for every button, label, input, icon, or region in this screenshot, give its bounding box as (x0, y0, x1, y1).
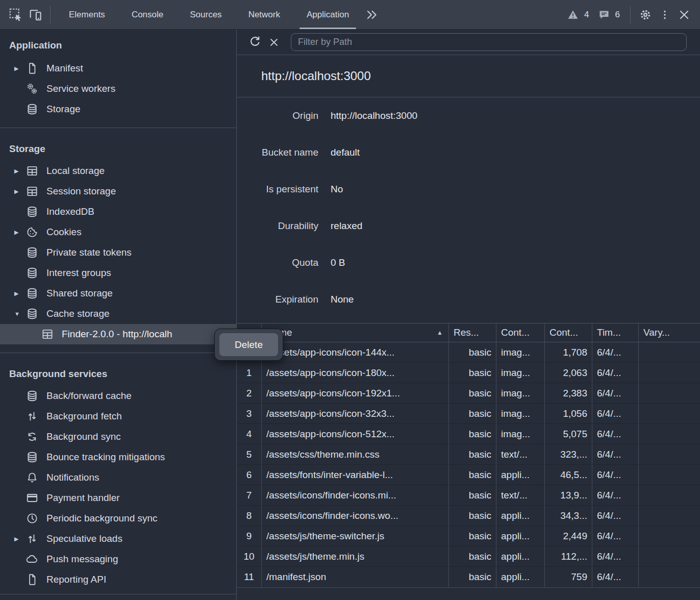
cell-content-type: imag... (496, 342, 545, 363)
table-row[interactable]: 6 /assets/fonts/inter-variable-l... basi… (237, 465, 700, 485)
inspect-element-button[interactable] (6, 5, 26, 24)
detail-value: None (331, 294, 354, 305)
table-row[interactable]: 4 /assets/app-icons/icon-512x... basic i… (237, 424, 700, 444)
more-tabs-button[interactable] (362, 5, 382, 24)
column-header-content-type[interactable]: Cont... (496, 323, 545, 342)
table-row[interactable]: 10 /assets/js/theme.min.js basic appli..… (237, 546, 700, 567)
panel-tab[interactable]: Network (240, 0, 288, 29)
db-icon (26, 307, 39, 320)
more-options-button[interactable] (655, 5, 674, 24)
close-devtools-button[interactable] (674, 5, 694, 24)
table-row[interactable]: 11 /manifest.json basic appli... 759 6/4… (237, 567, 700, 587)
expand-arrow[interactable]: ▼ (14, 311, 26, 317)
sidebar-item[interactable]: Bounce tracking mitigations (0, 447, 236, 467)
cloud-icon (26, 553, 39, 566)
panel-tab[interactable]: Sources (182, 0, 230, 29)
table-rows: 0 /assets/app-icons/icon-144x... basic i… (237, 342, 700, 588)
panel-tab[interactable]: Console (123, 0, 171, 29)
cell-index: 9 (237, 526, 262, 546)
gears-icon (26, 82, 39, 95)
cell-content-length: 759 (545, 567, 592, 587)
panel-tab[interactable]: Elements (61, 0, 113, 29)
column-header-time-cached[interactable]: Tim... (592, 323, 639, 342)
table-row[interactable]: 3 /assets/app-icons/icon-32x3... basic i… (237, 404, 700, 424)
section-title-storage: Storage (0, 128, 236, 161)
sidebar-item[interactable]: ▶ Manifest (0, 58, 236, 79)
sidebar-item[interactable]: Service workers (0, 79, 236, 99)
sidebar-item[interactable]: Reporting API (0, 569, 236, 590)
inspect-cursor-icon (8, 7, 23, 22)
bucket-details: Origin http://localhost:3000 Bucket name… (237, 97, 700, 318)
kebab-menu-icon (659, 9, 671, 21)
cell-time-cached: 6/4/... (592, 404, 639, 424)
sidebar-item[interactable]: Push messaging (0, 549, 236, 569)
sidebar-item-label: Bounce tracking mitigations (46, 452, 165, 463)
warnings-button[interactable] (563, 5, 583, 24)
sidebar-item[interactable]: ▶ Shared storage (0, 283, 236, 304)
sidebar-item[interactable]: Back/forward cache (0, 386, 236, 406)
clear-button[interactable] (264, 33, 284, 52)
column-header-content-length[interactable]: Cont... (545, 323, 592, 342)
sidebar-item[interactable]: Private state tokens (0, 242, 236, 263)
detail-label: Durability (237, 220, 318, 232)
sidebar-item[interactable]: ▼ Cache storage (0, 304, 236, 324)
cell-time-cached: 6/4/... (592, 526, 639, 546)
panel-tab[interactable]: Application (298, 0, 357, 29)
device-toolbar-button[interactable] (26, 5, 45, 24)
column-header-response-type[interactable]: Res... (449, 323, 496, 342)
sidebar-item[interactable]: Interest groups (0, 263, 236, 283)
sidebar-item[interactable]: ▶ Session storage (0, 181, 236, 202)
column-header-vary[interactable]: Vary... (639, 323, 700, 342)
expand-arrow[interactable]: ▶ (14, 290, 26, 297)
sidebar-item[interactable]: Background sync (0, 427, 236, 447)
updown-icon (26, 532, 39, 545)
cell-content-length: 2,449 (545, 526, 592, 546)
sidebar-item[interactable]: ▶ Speculative loads (0, 529, 236, 549)
sidebar-item[interactable]: ▶ Local storage (0, 161, 236, 181)
cell-response-type: basic (449, 485, 496, 506)
settings-button[interactable] (636, 5, 655, 24)
cell-vary (639, 404, 700, 424)
expand-arrow[interactable]: ▶ (14, 168, 26, 174)
expand-arrow[interactable]: ▶ (14, 188, 26, 195)
sidebar-item[interactable]: Finder-2.0.0 - http://localh (0, 324, 236, 344)
refresh-icon (248, 35, 262, 49)
sidebar-item-label: Reporting API (46, 574, 106, 585)
warning-icon (567, 9, 579, 21)
section-application-items: ▶ Manifest Service workers Storage (0, 58, 236, 119)
cell-content-length: 112,... (545, 546, 592, 567)
sidebar-item-label: Local storage (46, 165, 105, 177)
expand-arrow[interactable]: ▶ (14, 536, 26, 542)
cell-index: 3 (237, 404, 262, 424)
cell-time-cached: 6/4/... (592, 424, 639, 444)
expand-arrow[interactable]: ▶ (14, 229, 26, 236)
sidebar-item[interactable]: IndexedDB (0, 202, 236, 222)
sidebar-item-label: Notifications (46, 472, 99, 483)
column-header-name[interactable]: Name ▲ (262, 323, 449, 342)
cell-content-type: imag... (496, 363, 545, 383)
sidebar-item[interactable]: Storage (0, 99, 236, 119)
delete-menu-item[interactable]: Delete (219, 333, 278, 356)
table-row[interactable]: 5 /assets/css/theme.min.css basic text/.… (237, 444, 700, 465)
issues-button[interactable] (594, 5, 614, 24)
expand-arrow[interactable]: ▶ (14, 65, 26, 72)
cell-name: /assets/icons/finder-icons.wo... (262, 506, 449, 526)
grid-icon (26, 185, 39, 198)
sidebar-item[interactable]: Payment handler (0, 488, 236, 508)
chevron-double-right-icon (365, 8, 379, 21)
table-row[interactable]: 8 /assets/icons/finder-icons.wo... basic… (237, 506, 700, 526)
sidebar-item[interactable]: Periodic background sync (0, 508, 236, 529)
table-row[interactable]: 7 /assets/icons/finder-icons.mi... basic… (237, 485, 700, 506)
sidebar-item[interactable]: ▶ Cookies (0, 222, 236, 242)
table-row[interactable]: 0 /assets/app-icons/icon-144x... basic i… (237, 342, 700, 363)
cell-response-type: basic (449, 404, 496, 424)
sidebar-item[interactable]: Notifications (0, 467, 236, 488)
sidebar-item[interactable]: Background fetch (0, 406, 236, 427)
refresh-button[interactable] (245, 33, 264, 52)
table-row[interactable]: 2 /assets/app-icons/icon-192x1... basic … (237, 383, 700, 404)
devtools-toolbar: Elements Console Sources Network (0, 0, 700, 30)
filter-by-path-input[interactable] (291, 33, 687, 51)
cell-response-type: basic (449, 506, 496, 526)
table-row[interactable]: 1 /assets/app-icons/icon-180x... basic i… (237, 363, 700, 383)
table-row[interactable]: 9 /assets/js/theme-switcher.js basic app… (237, 526, 700, 546)
